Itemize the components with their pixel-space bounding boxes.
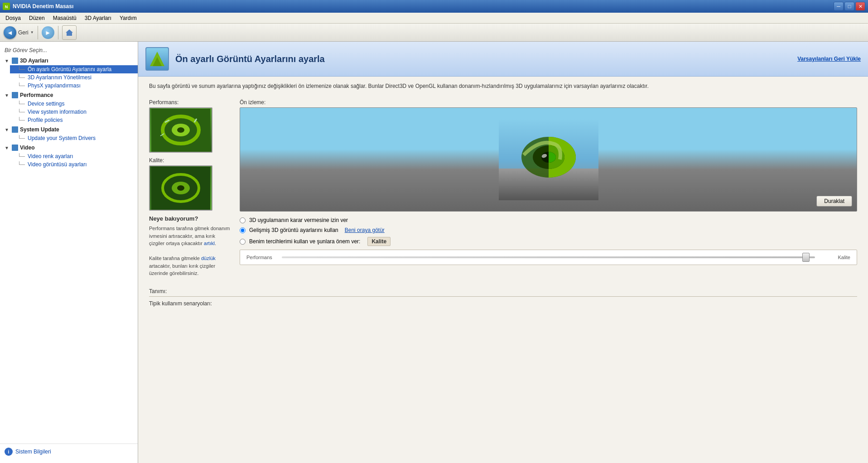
system-update-group-icon (12, 126, 18, 133)
app-icon: N (3, 3, 10, 10)
tree-group-3d: ▼ 3D Ayarları └─ Ön ayarlı Görüntü Ayarl… (0, 56, 138, 90)
sidebar-item-view-system-info[interactable]: └─ View system information (10, 108, 138, 116)
reset-defaults-link[interactable]: Varsayılanları Geri Yükle (797, 56, 861, 62)
sidebar-item-video-renk[interactable]: └─ Video renk ayarları (10, 152, 138, 160)
sidebar-item-device-settings[interactable]: └─ Device settings (10, 100, 138, 108)
info-icon: i (5, 448, 13, 456)
sidebar-item-profile-policies[interactable]: └─ Profile policies (10, 116, 138, 124)
radio-custom[interactable] (240, 239, 246, 245)
tree-group-system-update-header[interactable]: ▼ System Update (0, 125, 138, 134)
preview-label: Ön izleme: (240, 99, 857, 106)
definition-separator (149, 296, 857, 297)
tree-group-performance-header[interactable]: ▼ Performance (0, 91, 138, 100)
svg-point-14 (177, 127, 184, 133)
tree-children-performance: └─ Device settings └─ View system inform… (0, 100, 138, 124)
main-container: Bir Görev Seçin... ▼ 3D Ayarları └─ Ön a… (0, 42, 868, 463)
left-panel: Performans: Kalite: (149, 99, 231, 277)
back-dropdown-arrow[interactable]: ▼ (30, 30, 34, 34)
preview-box: Duraklat (240, 107, 857, 212)
content-area: Ön ayarlı Görüntü Ayarlarını ayarla Vars… (138, 42, 868, 463)
svg-rect-4 (12, 58, 18, 64)
svg-point-21 (177, 185, 184, 191)
slider-perf-label: Performans (246, 255, 278, 260)
tree-group-video-header[interactable]: ▼ Video (0, 143, 138, 152)
radio-advanced[interactable] (240, 227, 246, 233)
menu-yardim[interactable]: Yardım (116, 14, 140, 22)
tree-group-video-label: Video (20, 145, 34, 151)
content-body: Performans: Kalite: (138, 96, 868, 285)
expand-performance-icon: ▼ (5, 93, 10, 98)
radio-section: 3D uygulamanın karar vermesine izin ver … (240, 217, 857, 246)
tree-group-performance-label: Performance (20, 92, 53, 98)
header-3d-icon (146, 48, 168, 70)
radio-auto[interactable] (240, 217, 246, 223)
back-label: Geri (18, 29, 29, 36)
tree-group-3d-header[interactable]: ▼ 3D Ayarları (0, 56, 138, 65)
back-button[interactable]: ◄ (4, 26, 16, 39)
go-there-link[interactable]: Beni oraya götür (345, 227, 385, 233)
qual-thumbnail-image (151, 167, 210, 210)
radio-row-1: 3D uygulamanın karar vermesine izin ver (240, 217, 857, 223)
definition-label: Tanımı: (149, 288, 857, 294)
system-info-link[interactable]: Sistem Bilgileri (15, 449, 51, 455)
definition-section: Tanımı: Tipik kullanım senaryoları: (138, 285, 868, 310)
smooth-link[interactable]: düzlük (201, 256, 216, 261)
sidebar-item-physx[interactable]: └─ PhysX yapılandırması (10, 82, 138, 90)
toolbar: ◄ Geri ▼ ► (0, 24, 868, 42)
content-description: Bu sayfa görüntü ve sunum ayarlarına yap… (138, 77, 868, 96)
svg-text:N: N (5, 5, 8, 9)
minimize-button[interactable]: ─ (834, 2, 844, 11)
maximize-button[interactable]: □ (844, 2, 854, 11)
pause-button[interactable]: Duraklat (816, 196, 852, 207)
performance-thumbnail[interactable] (149, 107, 212, 153)
nvidia-3d-preview (499, 119, 598, 200)
usage-label: Tipik kullanım senaryoları: (149, 300, 857, 307)
qual-thumb-label: Kalite: (149, 157, 231, 164)
quality-badge: Kalite (367, 237, 391, 246)
sidebar-item-update-drivers[interactable]: └─ Update your System Drivers (10, 134, 138, 142)
slider-track[interactable] (282, 256, 815, 258)
what-text-2: Kalite tarafına gitmekle (149, 256, 200, 261)
tree-children-3d: └─ Ön ayarlı Görüntü Ayarlarını ayarla └… (0, 65, 138, 90)
radio-advanced-label[interactable]: Gelişmiş 3D görüntü ayarlarını kullan (249, 227, 338, 233)
menu-dosya[interactable]: Dosya (2, 14, 24, 22)
tree-children-system-update: └─ Update your System Drivers (0, 134, 138, 142)
task-label: Bir Görev Seçin... (0, 45, 138, 56)
page-title: Ön ayarlı Görüntü Ayarlarını ayarla (175, 54, 325, 64)
sidebar-item-yonetim[interactable]: └─ 3D Ayarlarının Yönetilmesi (10, 73, 138, 82)
slider-row: Performans Kalite (246, 255, 850, 260)
radio-row-3: Benim tercihlerimi kullan ve şunlara öne… (240, 237, 857, 246)
menu-bar: Dosya Düzen Masaüstü 3D Ayarları Yardım (0, 13, 868, 24)
sidebar-item-on-ayarli[interactable]: └─ Ön ayarlı Görüntü Ayarlarını ayarla (10, 65, 138, 73)
tree-group-3d-label: 3D Ayarları (20, 58, 48, 64)
tree-group-performance: ▼ Performance └─ Device settings └─ View… (0, 91, 138, 124)
3d-group-icon (12, 58, 18, 64)
slider-container: Performans Kalite (240, 250, 857, 265)
menu-masaustu[interactable]: Masaüstü (49, 14, 80, 22)
quality-thumbnail[interactable] (149, 165, 212, 211)
perf-thumb-label: Performans: (149, 99, 231, 106)
tree-children-video: └─ Video renk ayarları └─ Video görüntüs… (0, 152, 138, 169)
tree-group-system-update: ▼ System Update └─ Update your System Dr… (0, 125, 138, 142)
expand-system-update-icon: ▼ (5, 127, 10, 132)
content-header: Ön ayarlı Görüntü Ayarlarını ayarla Vars… (138, 42, 868, 77)
menu-duzen[interactable]: Düzen (25, 14, 48, 22)
sidebar-item-video-goruntusu[interactable]: └─ Video görüntüsü ayarları (10, 160, 138, 169)
performance-group-icon (12, 92, 18, 98)
radio-custom-label[interactable]: Benim tercihlerimi kullan ve şunlara öne… (249, 238, 360, 245)
home-button[interactable] (62, 25, 77, 40)
forward-button[interactable]: ► (42, 26, 54, 39)
radio-auto-label[interactable]: 3D uygulamanın karar vermesine izin ver (249, 217, 348, 223)
artifacts-link[interactable]: artıkl (204, 241, 215, 246)
slider-thumb[interactable] (802, 253, 810, 262)
expand-3d-icon: ▼ (5, 58, 10, 63)
right-panel: Ön izleme: (240, 99, 857, 277)
close-button[interactable]: ✕ (855, 2, 865, 11)
menu-3dayarlari[interactable]: 3D Ayarları (81, 14, 115, 22)
sidebar: Bir Görev Seçin... ▼ 3D Ayarları └─ Ön a… (0, 42, 138, 463)
what-text-3: artacaktır, bunları kırık çizgiler üzeri… (149, 263, 215, 276)
what-looking-text: Performans tarafına gitmek donanım ivmes… (149, 225, 231, 277)
radio-row-2: Gelişmiş 3D görüntü ayarlarını kullan Be… (240, 227, 857, 233)
header-icon-box (145, 47, 169, 71)
what-text-1: Performans tarafına gitmek donanım ivmes… (149, 226, 230, 246)
